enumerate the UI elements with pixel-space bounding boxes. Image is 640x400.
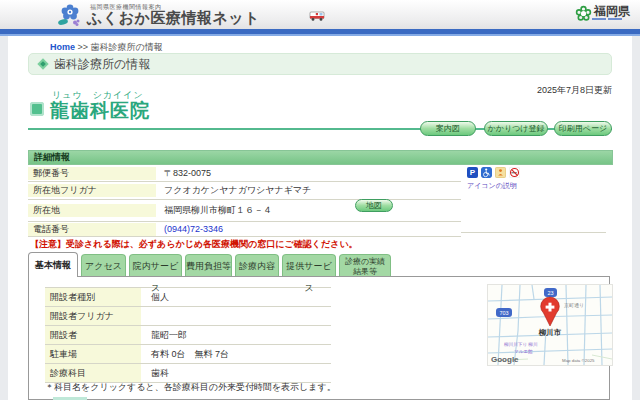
notice-text: 【注意】受診される際は、必ずあらかじめ各医療機関の窓口にご確認ください。 [30, 238, 358, 251]
address-furigana-value: フクオカケンヤナガワシヤナギマチ [156, 184, 461, 197]
no-smoking-icon [509, 167, 520, 178]
row-label: 郵便番号 [28, 167, 156, 180]
pref-logo[interactable]: 福岡県 [575, 5, 630, 22]
row-label: 所在地フリガナ [28, 184, 156, 197]
department-note: ＊科目名をクリックすると、各診療科目の外来受付時間を表示します。 [45, 381, 336, 394]
row-label: 開設者 [45, 326, 141, 344]
clinic-name: 龍歯科医院 [50, 98, 150, 124]
guide-map-button[interactable]: 案内図 [420, 121, 476, 136]
header-divider-bar [0, 29, 640, 36]
map-poi-label: 柳川川下り 柳川 [503, 342, 538, 347]
row-label: 開設者フリガナ [45, 307, 141, 325]
map-button[interactable]: 地図 [355, 199, 393, 212]
baby-care-icon [495, 167, 506, 178]
basic-info-panel: 開設者種別 個人 開設者フリガナ 開設者 龍昭一郎 駐車場 有料 0台 無料 7… [28, 276, 610, 400]
tab-access[interactable]: アクセス [81, 254, 126, 276]
detail-table: 郵便番号 〒832-0075 所在地フリガナ フクオカケンヤナガワシヤナギマチ … [28, 165, 461, 237]
pref-flower-icon [575, 5, 592, 22]
tab-treatment[interactable]: 診療内容 [235, 254, 279, 276]
cutoff-section-heading [41, 396, 101, 400]
founder-name-value: 龍昭一郎 [141, 326, 331, 344]
tab-provided-services[interactable]: 提供サービス [282, 254, 336, 276]
page: 福岡県医療機関情報案内 ふくおか医療情報ネット 福岡県 [0, 0, 640, 400]
service-icons-cell: P アイコンの説明 [461, 165, 606, 233]
row-label: 開設者種別 [45, 288, 141, 306]
tab-results-line2: 結果等 [353, 267, 377, 276]
tab-results-line1: 診療の実績 [345, 257, 385, 266]
parking-value: 有料 0台 無料 7台 [141, 345, 331, 363]
updated-date: 2025年7月8日更新 [537, 84, 612, 97]
row-label: 駐車場 [45, 345, 141, 363]
google-logo: Google [491, 355, 519, 364]
wheelchair-icon [481, 167, 492, 178]
map-city-label: 柳川市 [538, 328, 562, 337]
breadcrumb-current: 歯科診療所の情報 [91, 42, 163, 52]
row-label: 電話番号 [28, 223, 156, 236]
address-value: 福岡県柳川市柳町１６－４ [156, 204, 461, 217]
postal-code-value: 〒832-0075 [156, 167, 461, 180]
table-row: 電話番号 (0944)72-3346 [28, 222, 461, 237]
site-title: ふくおか医療情報ネット [87, 9, 260, 28]
section-title-bar: 歯科診療所の情報 [28, 53, 612, 75]
pref-name: 福岡県 [594, 5, 630, 17]
print-page-button[interactable]: 印刷用ページ [554, 121, 612, 136]
department-link[interactable]: 歯科 [141, 364, 331, 382]
table-row: 所在地フリガナ フクオカケンヤナガワシヤナギマチ [28, 182, 461, 200]
section-title: 歯科診療所の情報 [54, 56, 150, 73]
site-logo-icon [56, 1, 84, 29]
table-row: 開設者フリガナ [45, 307, 331, 326]
route-badge-23: 23 [547, 290, 553, 296]
breadcrumb-separator: >> [75, 42, 91, 52]
route-badge-703: 703 [499, 310, 508, 316]
ambulance-icon [309, 11, 325, 21]
table-row: 郵便番号 〒832-0075 [28, 165, 461, 182]
founder-type-value: 個人 [141, 288, 331, 306]
tab-costs[interactable]: 費用負担等 [185, 254, 232, 276]
map-attribution: Map data ©2025 [562, 358, 595, 363]
icon-explanation-link[interactable]: アイコンの説明 [467, 181, 517, 191]
row-label: 所在地 [28, 204, 156, 217]
row-label: 診療科目 [45, 364, 141, 382]
register-doctor-button[interactable]: かかりつけ登録 [484, 121, 548, 136]
location-map[interactable]: 703 23 京町通り 柳川市 柳川川下り 柳川 マルエ館 Google Map… [487, 284, 613, 366]
site-header: 福岡県医療機関情報案内 ふくおか医療情報ネット 福岡県 [0, 0, 640, 29]
section-diamond-icon [37, 58, 48, 69]
table-row: 駐車場 有料 0台 無料 7台 [45, 345, 331, 364]
pref-logo-tagline [592, 18, 630, 21]
parking-icon: P [467, 167, 478, 178]
table-row: 開設者種別 個人 [45, 288, 331, 307]
basic-info-table: 開設者種別 個人 開設者フリガナ 開設者 龍昭一郎 駐車場 有料 0台 無料 7… [45, 287, 331, 383]
founder-furigana-value [141, 307, 331, 325]
detail-table-header: 詳細情報 [28, 150, 613, 165]
main-content: Home >> 歯科診療所の情報 歯科診療所の情報 2025年7月8日更新 リュ… [8, 36, 632, 400]
table-row: 開設者 龍昭一郎 [45, 326, 331, 345]
clinic-square-icon [30, 102, 44, 116]
tab-hospital-services[interactable]: 院内サービス [129, 254, 182, 276]
tab-basic-info[interactable]: 基本情報 [28, 252, 78, 277]
tab-results[interactable]: 診療の実績 結果等 [339, 254, 391, 276]
map-pin-icon [541, 297, 560, 326]
phone-number-link[interactable]: (0944)72-3346 [156, 224, 461, 234]
breadcrumb-home-link[interactable]: Home [50, 42, 75, 52]
map-street-label: 京町通り [564, 302, 584, 308]
table-row: 所在地 福岡県柳川市柳町１６－４ [28, 200, 461, 222]
